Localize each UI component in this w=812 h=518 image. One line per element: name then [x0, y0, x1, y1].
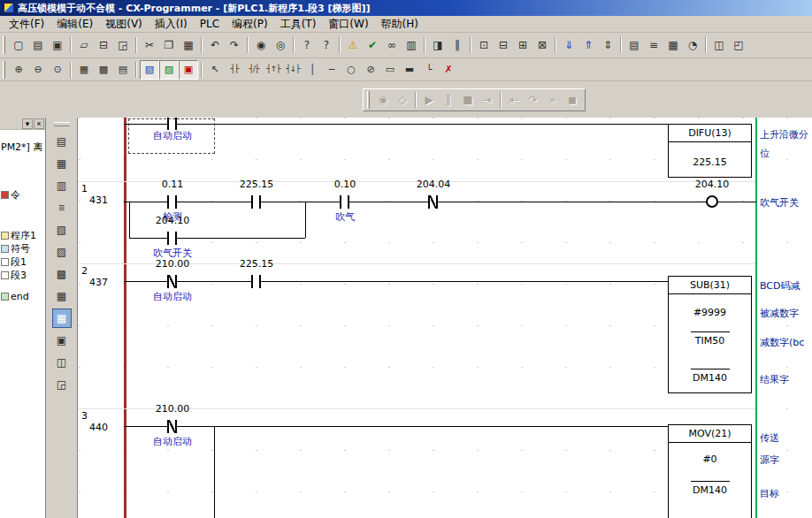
transfer-from-plc-button[interactable]: ⇑: [578, 35, 598, 55]
sim-pause-button[interactable]: ‖: [439, 90, 458, 110]
difu-block[interactable]: DIFU(13) 225.15: [668, 124, 752, 178]
branch-contact-204-10[interactable]: [167, 232, 177, 245]
select-tool-button[interactable]: ↖: [205, 60, 225, 80]
coil-tool-button[interactable]: ○: [341, 60, 361, 80]
tree-item-command[interactable]: 令: [1, 188, 20, 202]
zoom-fit-button[interactable]: ⊙: [48, 60, 67, 80]
print-preview-button[interactable]: ◲: [113, 35, 133, 55]
toolbar-grip[interactable]: [54, 122, 70, 126]
contact-0-10[interactable]: [340, 195, 349, 209]
sub-block[interactable]: SUB(31) #9999 TIM50 DM140: [668, 276, 752, 393]
closed-coil-tool-button[interactable]: ⊘: [361, 60, 380, 80]
closed-contact-210-00[interactable]: [167, 275, 177, 288]
io-comment-window-icon[interactable]: ▧: [52, 220, 72, 240]
menu-plc[interactable]: PLC: [194, 16, 226, 32]
delete-tool-button[interactable]: ✗: [439, 60, 458, 80]
undo-button[interactable]: ↶: [205, 35, 225, 55]
plc-clock-button[interactable]: ◔: [683, 35, 702, 55]
coil-204-10[interactable]: [706, 195, 718, 208]
sim-step-run-button[interactable]: ⇥: [478, 90, 497, 110]
io-comment-view-button[interactable]: ▧: [140, 60, 159, 80]
sim-step-in-button[interactable]: ⇤: [504, 90, 524, 110]
cross-reference-icon[interactable]: ≡: [52, 198, 72, 217]
context-help-button[interactable]: ?: [317, 35, 336, 55]
compare-with-plc-button[interactable]: ⇕: [598, 35, 617, 55]
inverted-instruction-tool-button[interactable]: ▬: [400, 60, 419, 80]
save-button[interactable]: ▣: [48, 35, 67, 55]
ladder-editor[interactable]: 自动启动 DIFU(13) 225.15 上升沿微分 位 1 431 0.11 …: [78, 118, 812, 518]
menu-window[interactable]: 窗口(W): [322, 15, 374, 34]
horizontal-line-tool-button[interactable]: ─: [322, 60, 341, 80]
paste-button[interactable]: ▦: [179, 35, 198, 55]
closed-contact-204-04[interactable]: [428, 195, 438, 209]
zoom-out-button[interactable]: ⊖: [28, 60, 48, 80]
monitor-data-view-button[interactable]: ▣: [179, 60, 198, 80]
contact-225-15[interactable]: [251, 275, 261, 288]
page-setup-button[interactable]: ▱: [74, 35, 94, 55]
open-button[interactable]: ▤: [28, 35, 48, 55]
toolbar-grip[interactable]: [367, 91, 370, 109]
pause-monitor-button[interactable]: ‖: [448, 35, 467, 55]
plc-settings-button[interactable]: ≡: [644, 35, 663, 55]
sim-run-button[interactable]: ▶: [419, 90, 439, 110]
program-check-button[interactable]: ✔: [363, 35, 382, 55]
mnemonic-view-icon[interactable]: ▦: [52, 286, 72, 306]
sim-step-over-button[interactable]: ↷: [524, 90, 543, 110]
print-button[interactable]: ⊟: [94, 35, 113, 55]
instruction-tool-button[interactable]: ▭: [380, 60, 400, 80]
menu-edit[interactable]: 编辑(E): [50, 15, 99, 34]
sim-stop-button[interactable]: ■: [458, 90, 478, 110]
help-button[interactable]: ?: [297, 35, 317, 55]
toggle-monitor-button[interactable]: ◨: [428, 35, 448, 55]
redo-button[interactable]: ↷: [225, 35, 244, 55]
watch-window-icon[interactable]: ▥: [52, 176, 72, 195]
contact-0-11[interactable]: [167, 195, 177, 209]
reset-tool-button[interactable]: └: [419, 60, 439, 80]
tree-item-end[interactable]: end: [1, 291, 29, 302]
monitor-button[interactable]: ▥: [402, 35, 421, 55]
monitor-mode-button[interactable]: ⊞: [513, 35, 532, 55]
replace-button[interactable]: ◎: [271, 35, 290, 55]
sim-continuous-run-button[interactable]: »: [543, 90, 563, 110]
ladder-view-icon[interactable]: ▦: [52, 309, 72, 328]
toolbar-grip[interactable]: [3, 36, 5, 54]
menu-help[interactable]: 帮助(H): [375, 15, 425, 34]
new-button[interactable]: ▢: [9, 35, 28, 55]
sim-break-button[interactable]: ◼: [563, 90, 582, 110]
closed-contact-tool-button[interactable]: ┤/├: [244, 60, 264, 80]
cut-button[interactable]: ✂: [140, 35, 159, 55]
toolbar-grip[interactable]: [3, 61, 5, 79]
zoom-window-icon[interactable]: ◫: [52, 353, 72, 372]
menu-insert[interactable]: 插入(I): [149, 15, 194, 34]
annotation-view-button[interactable]: ▨: [159, 60, 179, 80]
copy-button[interactable]: ❐: [159, 35, 179, 55]
mov-block[interactable]: MOV(21) #0 DM140: [668, 424, 752, 518]
cascade-window-button[interactable]: ◫: [709, 35, 729, 55]
io-table-button[interactable]: ▤: [624, 35, 644, 55]
closed-or-contact-tool-button[interactable]: ┤↓├: [283, 60, 303, 80]
program-mode-button[interactable]: ⊡: [474, 35, 494, 55]
find-button[interactable]: ◉: [251, 35, 271, 55]
contact-225-15[interactable]: [251, 195, 261, 209]
zoom-in-button[interactable]: ⊕: [9, 60, 28, 80]
properties-window-icon[interactable]: ◲: [52, 375, 72, 394]
tree-item-symbols[interactable]: 符号: [1, 242, 30, 255]
sim-work-online-button[interactable]: ◉: [373, 90, 393, 110]
workspace-dropdown-icon[interactable]: ▾: [22, 118, 33, 129]
tree-item-section1[interactable]: 段1: [1, 255, 27, 269]
compile-button[interactable]: ⚠: [343, 35, 363, 55]
symbol-table-icon[interactable]: ▨: [52, 242, 72, 262]
debug-mode-button[interactable]: ⊟: [494, 35, 513, 55]
menu-program[interactable]: 编程(P): [226, 15, 274, 34]
tree-item-section3[interactable]: 段3: [1, 269, 27, 282]
run-mode-button[interactable]: ⊠: [532, 35, 552, 55]
memory-button[interactable]: ▦: [663, 35, 683, 55]
menu-view[interactable]: 视图(V): [99, 15, 149, 34]
tree-item-plc[interactable]: PM2*] 离: [1, 141, 42, 154]
workspace-window-icon[interactable]: ▤: [52, 132, 72, 151]
output-window-icon[interactable]: ▦: [52, 154, 72, 173]
contact-tool-button[interactable]: ┤├: [225, 60, 244, 80]
monitor-window-icon[interactable]: ▣: [52, 331, 72, 350]
snap-grid-button[interactable]: ▩: [94, 60, 113, 80]
rung-comment-button[interactable]: ▤: [113, 60, 133, 80]
